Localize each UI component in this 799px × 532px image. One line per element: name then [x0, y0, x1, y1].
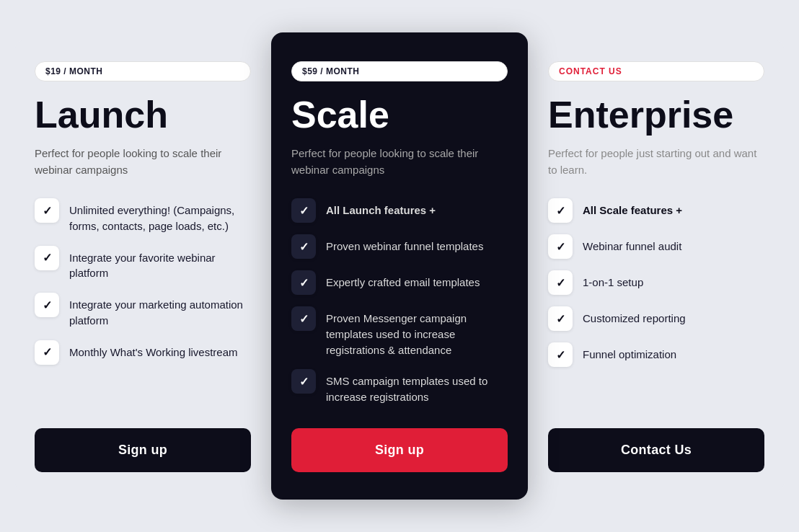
list-item: ✓ Integrate your favorite webinar platfo…: [35, 246, 251, 282]
feature-text: 1-on-1 setup: [583, 270, 643, 291]
list-item: ✓ Expertly crafted email templates: [291, 270, 508, 295]
enterprise-description: Perfect for people just starting out and…: [548, 146, 764, 178]
feature-text: Expertly crafted email templates: [326, 270, 480, 291]
list-item: ✓ All Scale features +: [548, 198, 764, 223]
launch-signup-button[interactable]: Sign up: [35, 428, 251, 472]
launch-description: Perfect for people looking to scale thei…: [35, 146, 251, 178]
feature-text: Unlimited everything! (Campaigns, forms,…: [69, 198, 251, 234]
check-icon: ✓: [291, 306, 316, 331]
list-item: ✓ All Launch features +: [291, 198, 508, 223]
pricing-container: $19 / MONTH Launch Perfect for people lo…: [14, 40, 785, 492]
list-item: ✓ SMS campaign templates used to increas…: [291, 369, 508, 405]
feature-text: All Scale features +: [583, 198, 682, 218]
scale-price-badge: $59 / MONTH: [291, 61, 508, 81]
list-item: ✓ Webinar funnel audit: [548, 234, 764, 259]
scale-card: $59 / MONTH Scale Perfect for people loo…: [271, 32, 528, 500]
check-icon: ✓: [35, 198, 59, 223]
check-icon: ✓: [35, 246, 59, 270]
list-item: ✓ 1-on-1 setup: [548, 270, 764, 295]
list-item: ✓ Proven webinar funnel templates: [291, 234, 508, 259]
check-icon: ✓: [291, 369, 316, 394]
list-item: ✓ Proven Messenger campaign templates us…: [291, 306, 508, 358]
scale-description: Perfect for people looking to scale thei…: [291, 146, 508, 178]
check-icon: ✓: [35, 293, 59, 317]
feature-text: Integrate your favorite webinar platform: [69, 246, 251, 282]
enterprise-contact-button[interactable]: Contact Us: [548, 428, 764, 472]
enterprise-title: Enterprise: [548, 94, 764, 136]
check-icon: ✓: [548, 270, 573, 295]
check-icon: ✓: [291, 234, 316, 259]
enterprise-price-badge: CONTACT US: [548, 61, 764, 81]
launch-card: $19 / MONTH Launch Perfect for people lo…: [14, 40, 271, 492]
launch-features-list: ✓ Unlimited everything! (Campaigns, form…: [35, 198, 251, 405]
feature-text: SMS campaign templates used to increase …: [326, 369, 508, 405]
scale-title: Scale: [291, 94, 508, 136]
list-item: ✓ Funnel optimization: [548, 342, 764, 367]
feature-text: Funnel optimization: [583, 342, 676, 363]
check-icon: ✓: [291, 270, 316, 295]
feature-text: Monthly What's Working livestream: [69, 340, 238, 360]
enterprise-features-list: ✓ All Scale features + ✓ Webinar funnel …: [548, 198, 764, 405]
check-icon: ✓: [291, 198, 316, 223]
launch-title: Launch: [35, 94, 251, 136]
check-icon: ✓: [548, 342, 573, 367]
enterprise-card: CONTACT US Enterprise Perfect for people…: [528, 40, 785, 492]
feature-text: Webinar funnel audit: [583, 234, 681, 254]
launch-price-badge: $19 / MONTH: [35, 61, 251, 81]
list-item: ✓ Monthly What's Working livestream: [35, 340, 251, 365]
check-icon: ✓: [548, 198, 573, 223]
check-icon: ✓: [548, 234, 573, 259]
feature-text: Proven webinar funnel templates: [326, 234, 483, 254]
feature-text: Proven Messenger campaign templates used…: [326, 306, 508, 358]
feature-text-highlight: All Launch features +: [326, 198, 436, 218]
list-item: ✓ Customized reporting: [548, 306, 764, 331]
list-item: ✓ Unlimited everything! (Campaigns, form…: [35, 198, 251, 234]
feature-text: Customized reporting: [583, 306, 686, 327]
scale-signup-button[interactable]: Sign up: [291, 428, 508, 472]
check-icon: ✓: [548, 306, 573, 331]
scale-features-list: ✓ All Launch features + ✓ Proven webinar…: [291, 198, 508, 405]
feature-text: Integrate your marketing automation plat…: [69, 293, 251, 329]
list-item: ✓ Integrate your marketing automation pl…: [35, 293, 251, 329]
check-icon: ✓: [35, 340, 59, 365]
